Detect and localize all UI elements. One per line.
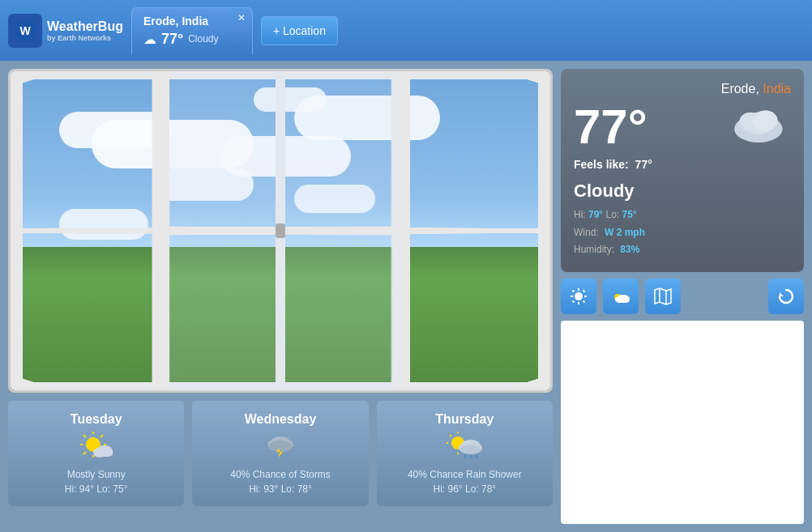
svg-point-17: [269, 440, 292, 452]
cloud-weather-icon: [726, 103, 791, 147]
tab-city-name: Erode, India: [143, 15, 241, 28]
forecast-day-0: Tuesday: [71, 412, 122, 427]
tab-condition: Cloudy: [188, 33, 218, 45]
header: W WeatherBug by Earth Networks ✕ Erode, …: [0, 0, 812, 61]
svg-point-39: [753, 110, 777, 130]
svg-point-40: [575, 292, 583, 300]
svg-marker-53: [655, 288, 671, 304]
map-icon: [654, 287, 672, 305]
weatherbug-logo-icon: W: [8, 14, 42, 48]
humidity-row: Humidity: 83%: [574, 241, 791, 259]
left-panel: Tuesday: [8, 69, 553, 524]
window-pane-right: [156, 69, 542, 393]
svg-point-31: [464, 455, 467, 459]
weather-main: 77°: [574, 103, 791, 151]
feels-like-label: Feels like:: [574, 158, 629, 171]
add-location-button[interactable]: + Location: [261, 16, 338, 45]
country-name: India: [763, 82, 791, 96]
svg-line-46: [583, 300, 585, 302]
map-view-button[interactable]: [645, 279, 681, 314]
refresh-button[interactable]: [768, 279, 804, 314]
forecast-hilo-1: Hi: 93° Lo: 78°: [249, 483, 312, 495]
svg-point-19: [273, 454, 276, 458]
svg-point-33: [476, 455, 478, 459]
tab-temperature: 77°: [161, 31, 183, 48]
svg-line-45: [573, 290, 575, 292]
forecast-icon-tuesday: [80, 430, 113, 466]
forecast-card-thursday: Thursday: [377, 401, 553, 506]
hi-value: 79°: [588, 209, 603, 220]
map-ad-area: [561, 321, 804, 524]
svg-text:W: W: [19, 24, 31, 37]
svg-point-52: [622, 296, 630, 303]
forecast-hilo-2: Hi: 96° Lo: 78°: [433, 483, 496, 495]
forecast-row: Tuesday: [8, 401, 553, 506]
partly-cloudy-icon: [612, 289, 630, 304]
wind-value: W 2 mph: [605, 227, 645, 238]
action-buttons: [561, 279, 804, 314]
sun-view-button[interactable]: [561, 279, 596, 314]
condition-name: Cloudy: [574, 181, 791, 202]
weather-details: Hi: 79° Lo: 75° Wind: W 2 mph Humidity: …: [574, 206, 791, 259]
sun-icon: [570, 287, 588, 305]
svg-line-10: [83, 452, 86, 454]
forecast-condition-2: 40% Chance Rain Shower: [408, 469, 522, 480]
feels-like-row: Feels like: 77°: [574, 158, 791, 171]
forecast-day-2: Thursday: [435, 412, 494, 427]
logo-area: W WeatherBug by Earth Networks: [8, 14, 123, 48]
forecast-card-wednesday: Wednesday 40% Chance of Storms: [192, 401, 368, 506]
wind-label: Wind:: [574, 227, 599, 238]
logo-main: WeatherBug: [47, 19, 123, 34]
humidity-value: 83%: [620, 244, 639, 255]
location-tab[interactable]: ✕ Erode, India ☁ 77° Cloudy: [131, 7, 253, 54]
svg-line-7: [83, 435, 86, 437]
forecast-icon-wednesday: [264, 430, 297, 466]
feels-like-value: 77°: [635, 158, 652, 171]
svg-line-9: [100, 435, 103, 437]
svg-line-48: [573, 300, 575, 302]
right-panel: Erode, India 77° Feels like:: [561, 69, 804, 524]
forecast-hilo-0: Hi: 94° Lo: 75°: [65, 483, 128, 495]
svg-point-20: [284, 454, 287, 458]
humidity-label: Humidity:: [574, 244, 614, 255]
forecast-icon-thursday: [447, 430, 482, 466]
window-container: [11, 71, 550, 390]
hi-lo-row: Hi: 79° Lo: 75°: [574, 206, 791, 224]
current-weather-card: Erode, India 77° Feels like:: [561, 69, 804, 272]
location-name: Erode, India: [574, 82, 791, 96]
svg-point-32: [470, 455, 472, 459]
city-name: Erode,: [721, 82, 759, 96]
tab-cloud-icon: ☁: [143, 32, 156, 47]
close-tab-button[interactable]: ✕: [237, 12, 246, 23]
svg-marker-56: [780, 292, 784, 296]
cloud-icon-area: [726, 103, 791, 151]
svg-point-30: [460, 445, 481, 454]
logo-text: WeatherBug by Earth Networks: [47, 19, 123, 43]
main-content: Tuesday: [0, 61, 812, 532]
cloud-view-button[interactable]: [603, 279, 639, 314]
svg-line-47: [583, 290, 585, 292]
window-handle: [276, 223, 285, 238]
current-temperature: 77°: [574, 103, 647, 151]
lo-value: 75°: [622, 209, 637, 220]
forecast-condition-1: 40% Chance of Storms: [230, 469, 330, 480]
svg-line-26: [450, 435, 451, 436]
forecast-day-1: Wednesday: [245, 412, 317, 427]
logo-sub: by Earth Networks: [47, 34, 123, 43]
wind-row: Wind: W 2 mph: [574, 224, 791, 242]
forecast-card-tuesday: Tuesday: [8, 401, 184, 506]
tab-weather-row: ☁ 77° Cloudy: [143, 31, 241, 48]
window-scene: [8, 69, 553, 393]
refresh-icon: [777, 287, 795, 305]
forecast-condition-0: Mostly Sunny: [67, 469, 126, 480]
